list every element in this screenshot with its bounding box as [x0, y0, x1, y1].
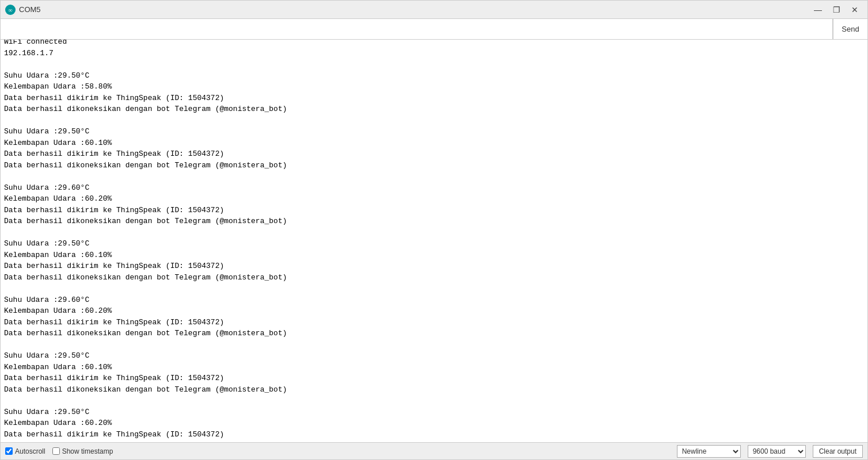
close-button[interactable]: ✕ [847, 3, 863, 17]
autoscroll-label[interactable]: Autoscroll [5, 447, 45, 455]
show-timestamp-label[interactable]: Show timestamp [52, 447, 113, 455]
minimize-button[interactable]: — [810, 3, 826, 17]
clear-output-button[interactable]: Clear output [813, 445, 863, 458]
arduino-serial-monitor-window: ∞ COM5 — ❐ ✕ Send WiFi connected 192.168… [0, 0, 868, 460]
newline-select[interactable]: No line endingNewlineCarriage returnBoth… [677, 445, 741, 458]
send-input[interactable] [1, 19, 833, 39]
autoscroll-checkbox[interactable] [5, 447, 13, 455]
bottom-bar: Autoscroll Show timestamp No line ending… [1, 442, 867, 459]
send-bar: Send [1, 19, 867, 40]
window-title: COM5 [19, 5, 810, 14]
serial-output-area: WiFi connected 192.168.1.7 Suhu Udara :2… [1, 40, 867, 442]
show-timestamp-text: Show timestamp [62, 447, 113, 455]
window-controls: — ❐ ✕ [810, 3, 863, 17]
svg-text:∞: ∞ [8, 7, 12, 13]
title-bar: ∞ COM5 — ❐ ✕ [1, 1, 867, 19]
serial-output-text: WiFi connected 192.168.1.7 Suhu Udara :2… [4, 40, 864, 440]
baud-select[interactable]: 300 baud1200 baud2400 baud4800 baud9600 … [748, 445, 806, 458]
show-timestamp-checkbox[interactable] [52, 447, 60, 455]
app-icon: ∞ [5, 5, 16, 15]
autoscroll-text: Autoscroll [15, 447, 45, 455]
send-button[interactable]: Send [833, 19, 867, 39]
maximize-button[interactable]: ❐ [828, 3, 844, 17]
